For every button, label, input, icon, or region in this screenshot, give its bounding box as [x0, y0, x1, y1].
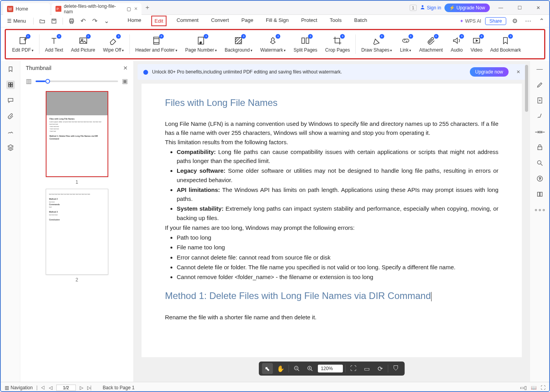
- attachment-rail-icon[interactable]: [6, 112, 15, 120]
- back-to-page[interactable]: Back to Page 1: [103, 385, 134, 390]
- attachment-button[interactable]: +Attachment: [415, 31, 447, 57]
- page-number-input[interactable]: [56, 385, 76, 391]
- navigation-button[interactable]: ▥ Navigation: [5, 385, 33, 390]
- audio-button[interactable]: +Audio: [447, 31, 467, 57]
- fit-width-icon[interactable]: ▭: [361, 363, 372, 374]
- vertical-scrollbar[interactable]: [525, 61, 529, 382]
- add-text-icon: +: [49, 36, 59, 46]
- share-button[interactable]: Share: [485, 17, 506, 25]
- qat-dropdown-icon[interactable]: ⌄: [102, 16, 111, 26]
- fit-page-icon[interactable]: ⛶: [348, 363, 359, 374]
- layers-rail-icon[interactable]: [6, 143, 15, 152]
- video-button[interactable]: +Video: [467, 31, 486, 57]
- new-tab-button[interactable]: ＋: [142, 4, 153, 12]
- first-page-icon[interactable]: ⎸◁: [37, 385, 45, 390]
- comment-rail-icon[interactable]: [6, 96, 15, 105]
- undo-icon[interactable]: ↶: [79, 16, 88, 26]
- tab-batch[interactable]: Batch: [352, 16, 369, 26]
- collapse-ribbon-icon[interactable]: ⌃: [537, 16, 546, 26]
- tab-home[interactable]: W Home: [3, 3, 50, 15]
- watermark-button[interactable]: +Watermark▾: [256, 31, 290, 57]
- settings-icon[interactable]: ⚙: [510, 16, 520, 26]
- tab-close-icon[interactable]: ✕: [134, 6, 138, 11]
- thumb-large-icon[interactable]: ▣: [122, 77, 128, 85]
- upgrade-now-button[interactable]: ⚡ Upgrade Now: [444, 4, 490, 12]
- tab-home-main[interactable]: Home: [125, 16, 144, 26]
- tab-convert[interactable]: Convert: [209, 16, 231, 26]
- signin-button[interactable]: Sign in: [420, 4, 441, 11]
- thumbnail-close-icon[interactable]: ✕: [123, 65, 128, 71]
- print-icon[interactable]: [67, 16, 76, 26]
- filter-icon[interactable]: ⛉: [391, 363, 401, 374]
- add-picture-button[interactable]: +Add Picture: [67, 31, 99, 57]
- compress-rail-icon[interactable]: ⇥⇤: [536, 127, 544, 136]
- thumbnail-panel: Thumbnail ✕ ▥ ▣ Files with Long File Nam…: [20, 61, 134, 382]
- svg-line-32: [311, 369, 312, 371]
- sign-rail-icon[interactable]: [536, 112, 544, 120]
- promo-close-icon[interactable]: ✕: [516, 69, 520, 75]
- zoom-in-icon[interactable]: [305, 363, 315, 374]
- list-item: Path too long: [177, 233, 498, 242]
- rotate-icon[interactable]: ⟳: [374, 363, 385, 374]
- wps-ai-button[interactable]: ✦WPS AI: [460, 18, 481, 24]
- minimize-rail-icon[interactable]: —: [536, 65, 544, 73]
- tab-page[interactable]: Page: [239, 16, 256, 26]
- reader-rail-icon[interactable]: [536, 190, 544, 199]
- thumbnail-size-slider[interactable]: [36, 81, 118, 82]
- more-rail-icon[interactable]: ∘∘∘: [536, 206, 544, 214]
- edit-rail-icon[interactable]: [536, 81, 544, 89]
- edit-pdf-button[interactable]: +Edit PDF▾: [8, 31, 38, 57]
- thumbnail-page-1[interactable]: Files with Long File NamesLorem ipsum do…: [46, 91, 108, 185]
- minimize-button[interactable]: ―: [493, 2, 509, 13]
- tab-fill-sign[interactable]: Fill & Sign: [263, 16, 291, 26]
- protect-rail-icon[interactable]: [536, 143, 544, 152]
- pdf-page[interactable]: Files with Long File Names Long File Nam…: [142, 84, 522, 357]
- window-count-badge[interactable]: 1: [410, 5, 417, 11]
- search-rail-icon[interactable]: [536, 159, 544, 167]
- fullscreen-icon[interactable]: ⛶: [541, 385, 545, 390]
- tab-document[interactable]: P delete-files-with-long-file-nam ▢ ✕: [52, 3, 142, 15]
- draw-shapes-button[interactable]: +Draw Shapes▾: [357, 31, 396, 57]
- reading-mode-icon[interactable]: ▭▯: [520, 385, 527, 390]
- pointer-tool-icon[interactable]: ⬉: [262, 363, 273, 374]
- background-button[interactable]: +Background▾: [221, 31, 256, 57]
- add-text-button[interactable]: +Add Text: [41, 31, 67, 57]
- menu-button[interactable]: ☰ Menu: [4, 17, 29, 25]
- open-icon[interactable]: [38, 16, 47, 26]
- svg-rect-22: [8, 83, 10, 85]
- convert-rail-icon[interactable]: [536, 96, 544, 105]
- wipe-off-button[interactable]: +Wipe Off▾: [99, 31, 128, 57]
- floating-toolbar: ⬉ ✋ 120% ⛶ ▭ ⟳ ⛉: [259, 362, 405, 376]
- maximize-button[interactable]: ☐: [512, 2, 527, 13]
- promo-upgrade-button[interactable]: Upgrade now: [470, 67, 509, 77]
- signature-rail-icon[interactable]: [6, 127, 15, 136]
- crop-pages-button[interactable]: +Crop Pages: [321, 31, 354, 57]
- thumbnail-page-2[interactable]: text text text text text text text text …: [46, 189, 108, 283]
- thumbnail-rail-icon[interactable]: [6, 81, 15, 89]
- zoom-level-select[interactable]: 120%: [318, 365, 343, 372]
- hand-tool-icon[interactable]: ✋: [275, 363, 286, 374]
- header-footer-button[interactable]: +Header and Footer▾: [131, 31, 181, 57]
- next-page-icon[interactable]: ▷: [80, 385, 83, 390]
- doc-subheading: Method 1: Delete Files with Long File Na…: [165, 288, 498, 303]
- close-window-button[interactable]: ✕: [530, 2, 546, 13]
- help-rail-icon[interactable]: ?: [536, 174, 544, 183]
- thumb-small-icon[interactable]: ▥: [26, 77, 32, 85]
- page-number-button[interactable]: #+Page Number▾: [181, 31, 221, 57]
- tab-edit[interactable]: Edit: [151, 16, 166, 26]
- tab-protect[interactable]: Protect: [299, 16, 319, 26]
- last-page-icon[interactable]: ▷⎸: [87, 385, 95, 390]
- split-pages-button[interactable]: +Split Pages: [290, 31, 321, 57]
- bookmark-rail-icon[interactable]: [6, 65, 15, 73]
- save-icon[interactable]: [49, 16, 59, 26]
- redo-icon[interactable]: ↷: [90, 16, 100, 26]
- tab-tools[interactable]: Tools: [328, 16, 344, 26]
- book-mode-icon[interactable]: 📖: [531, 385, 537, 390]
- link-button[interactable]: +Link▾: [396, 31, 415, 57]
- add-bookmark-button[interactable]: +Add Bookmark: [486, 31, 525, 57]
- svg-rect-6: [53, 19, 55, 20]
- prev-page-icon[interactable]: ◁: [49, 385, 52, 390]
- tab-comment[interactable]: Comment: [174, 16, 201, 26]
- zoom-out-icon[interactable]: [291, 363, 302, 374]
- more-icon[interactable]: ⋯: [523, 16, 533, 26]
